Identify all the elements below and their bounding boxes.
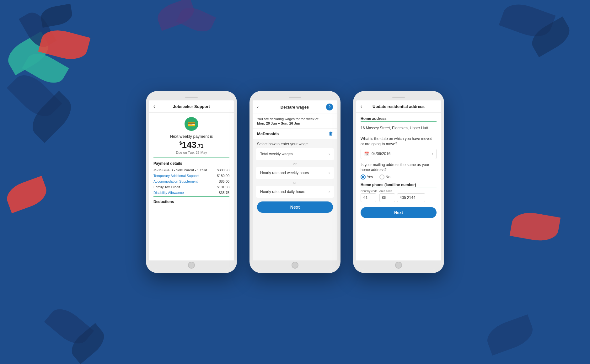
area-code-group: Area code 05 xyxy=(379,190,395,202)
move-date-value: 04/06/2016 xyxy=(372,152,390,156)
phone-number-value: 405 2144 xyxy=(400,195,416,200)
phone-2-back-button[interactable]: ‹ xyxy=(257,104,263,110)
phone-3-bottom xyxy=(356,260,441,270)
wage-option-hourly-daily[interactable]: Hourly rate and daily hours › xyxy=(256,186,334,198)
phone-1-back-button[interactable]: ‹ xyxy=(153,104,160,109)
wage-option-total[interactable]: Total weekly wages › xyxy=(256,148,334,160)
date-field-inner: 📅 04/06/2016 xyxy=(364,152,432,156)
phone-number-group: 405 2144 xyxy=(397,190,425,202)
wage-option-hourly-weekly[interactable]: Hourly rate and weekly hours › xyxy=(256,167,334,179)
phone-3-content: ‹ Update residential address Home addres… xyxy=(356,100,441,260)
payment-details-label: Payment details xyxy=(153,161,229,166)
amount-whole: 143 xyxy=(182,140,196,150)
wage-option-hourly-weekly-label: Hourly rate and weekly hours xyxy=(260,171,309,175)
phone-1-top xyxy=(149,94,234,100)
divider-1 xyxy=(153,158,229,158)
phone-inputs-row: Country code 61 Area code 05 xyxy=(361,190,437,202)
home-address-label: Home address xyxy=(361,116,437,122)
phone-2-bottom xyxy=(253,260,337,270)
amount-decimal: .71 xyxy=(196,143,203,149)
payment-row-5-label[interactable]: Disability Allowance xyxy=(153,191,184,195)
phone-3-back-button[interactable]: ‹ xyxy=(361,104,367,109)
deductions-label: Deductions xyxy=(153,196,229,204)
phone-3-title: Update residential address xyxy=(367,104,430,109)
payment-row-4-amount: $101.98 xyxy=(217,185,229,189)
phone-2-top xyxy=(253,94,337,100)
phone-1-bottom xyxy=(149,260,234,270)
or-text-2: or xyxy=(253,179,337,186)
next-button[interactable]: Next xyxy=(257,201,333,213)
payment-icon-symbol: 💳 xyxy=(188,120,196,128)
calendar-icon: 📅 xyxy=(364,152,369,156)
phone-2-home-button[interactable] xyxy=(292,262,298,269)
phone-3-header: ‹ Update residential address xyxy=(356,100,441,113)
or-text-1: or xyxy=(253,161,337,167)
employer-row: McDonalds 🗑 xyxy=(253,129,337,139)
payment-amount: $143.71 xyxy=(153,140,229,150)
phone-2-title: Declare wages xyxy=(263,105,326,110)
phone-1: ‹ Jobseeker Support 💳 Next weekly paymen… xyxy=(146,91,237,273)
radio-no[interactable]: No xyxy=(379,174,390,179)
delete-employer-icon[interactable]: 🗑 xyxy=(329,131,333,136)
chevron-right-date-icon: › xyxy=(432,152,433,156)
phone-2: ‹ Declare wages ? You are declaring wage… xyxy=(249,91,341,273)
payment-row-4: Family Tax Credit $101.98 xyxy=(153,185,229,189)
chevron-right-icon-2: › xyxy=(329,171,330,175)
payment-row-2: Temporary Additional Support $180.00 xyxy=(153,174,229,178)
declaring-label: You are declaring wages for the week of xyxy=(257,117,333,121)
country-code-label: Country code xyxy=(361,190,378,193)
payment-row-1-label: JS/JSSH/EB - Sole Parent - 1 child xyxy=(153,168,207,172)
payment-row-1-amount: $300.98 xyxy=(217,168,229,172)
payment-row-5-amount: $35.75 xyxy=(219,191,229,195)
area-code-value: 05 xyxy=(382,195,386,200)
payment-row-2-amount: $180.00 xyxy=(217,174,229,178)
employer-name: McDonalds xyxy=(257,131,279,136)
payment-icon: 💳 xyxy=(185,117,198,131)
payment-row-3: Accommodation Supplement $85.00 xyxy=(153,179,229,183)
phone-label: Home phone (landline number) xyxy=(361,183,437,188)
payment-due: Due on Tue, 26 May xyxy=(153,151,229,154)
phone-1-header: ‹ Jobseeker Support xyxy=(149,100,234,113)
phone-2-speaker xyxy=(289,97,301,98)
help-button[interactable]: ? xyxy=(326,104,333,110)
next-payment-label: Next weekly payment is xyxy=(153,134,229,139)
phone-3-frame: ‹ Update residential address Home addres… xyxy=(356,94,441,270)
wage-option-total-label: Total weekly wages xyxy=(260,152,292,156)
area-code-label: Area code xyxy=(379,190,395,193)
payment-row-3-label[interactable]: Accommodation Supplement xyxy=(153,179,198,183)
mailing-question: Is your mailing address the same as your… xyxy=(361,162,437,173)
payment-row-5: Disability Allowance $35.75 xyxy=(153,191,229,195)
phone-1-content: ‹ Jobseeker Support 💳 Next weekly paymen… xyxy=(149,100,234,260)
payment-row-3-amount: $85.00 xyxy=(219,179,229,183)
phones-container: ‹ Jobseeker Support 💳 Next weekly paymen… xyxy=(0,0,590,364)
next-button-phone3[interactable]: Next xyxy=(361,207,437,218)
phone-1-home-button[interactable] xyxy=(188,262,195,269)
phone-2-body: You are declaring wages for the week of … xyxy=(253,114,337,260)
phone-2-header: ‹ Declare wages ? xyxy=(253,100,337,114)
chevron-right-icon-1: › xyxy=(329,152,330,156)
radio-no-circle xyxy=(379,174,384,179)
phone-3-body: Home address 16 Massey Street, Elderslea… xyxy=(356,113,441,260)
phone-number-input[interactable]: 405 2144 xyxy=(397,193,425,202)
payment-row-4-label: Family Tax Credit xyxy=(153,185,180,189)
payment-row-2-label[interactable]: Temporary Additional Support xyxy=(153,174,199,178)
phone-1-body: 💳 Next weekly payment is $143.71 Due on … xyxy=(149,113,234,260)
mailing-radio-group: Yes No xyxy=(361,174,437,179)
week-range: Mon, 20 Jun – Sun, 26 Jun xyxy=(257,121,333,125)
phone-3-speaker xyxy=(392,97,405,98)
phone-3-home-button[interactable] xyxy=(395,262,402,269)
phone-3-top xyxy=(356,94,441,100)
country-code-value: 61 xyxy=(363,195,367,200)
phone-2-content: ‹ Declare wages ? You are declaring wage… xyxy=(253,100,337,260)
home-address-value: 16 Massey Street, Elderslea, Upper Hutt xyxy=(361,123,437,133)
phone-section: Home phone (landline number) Country cod… xyxy=(361,183,437,202)
country-code-input[interactable]: 61 xyxy=(361,193,376,202)
phone-1-speaker xyxy=(185,97,198,98)
phone-2-frame: ‹ Declare wages ? You are declaring wage… xyxy=(253,94,337,270)
radio-yes[interactable]: Yes xyxy=(361,174,373,179)
area-code-input[interactable]: 05 xyxy=(379,193,395,202)
move-date-field[interactable]: 📅 04/06/2016 › xyxy=(361,149,437,159)
help-icon: ? xyxy=(328,105,330,109)
declare-week-section: You are declaring wages for the week of … xyxy=(253,114,337,128)
phone-1-title: Jobseeker Support xyxy=(160,104,223,109)
